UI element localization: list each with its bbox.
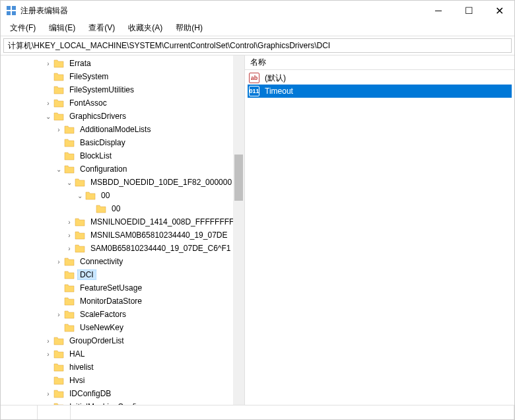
collapse-icon[interactable]: ⌄ [75, 192, 85, 199]
tree-item-label: DCI [77, 269, 96, 280]
folder-icon [96, 204, 106, 213]
tree-item-ScaleFactors[interactable]: ›ScaleFactors [1, 308, 244, 321]
tree-item-FileSystemUtilities[interactable]: ›FileSystemUtilities [1, 83, 244, 96]
menu-file[interactable]: 文件(F) [3, 20, 42, 36]
folder-icon [64, 270, 75, 279]
tree-scrollbar[interactable] [233, 55, 244, 405]
expand-icon[interactable]: › [43, 60, 53, 67]
expand-icon[interactable]: › [53, 311, 64, 318]
folder-icon [75, 230, 85, 240]
folder-icon [64, 164, 75, 174]
menu-bar: 文件(F) 编辑(E) 查看(V) 收藏夹(A) 帮助(H) [1, 20, 514, 36]
folder-icon [64, 138, 75, 147]
folder-icon [53, 59, 64, 68]
close-button[interactable]: ✕ [484, 1, 514, 20]
value-name: (默认) [262, 72, 289, 85]
expand-icon[interactable]: › [53, 258, 64, 265]
expand-icon[interactable]: › [43, 337, 53, 345]
tree-scrollbar-thumb[interactable] [234, 155, 243, 201]
address-bar[interactable]: 计算机\HKEY_LOCAL_MACHINE\SYSTEM\CurrentCon… [3, 38, 512, 53]
tree-item-label: BasicDisplay [77, 137, 128, 148]
tree-item-UseNewKey[interactable]: ›UseNewKey [1, 321, 244, 334]
tree-item-label: UseNewKey [77, 322, 126, 333]
statusbar-section-1 [1, 405, 38, 419]
tree-item-GroupOrderList[interactable]: ›GroupOrderList [1, 334, 244, 347]
collapse-icon[interactable]: ⌄ [43, 113, 53, 120]
tree-item-Configuration[interactable]: ⌄Configuration [1, 162, 244, 176]
tree-item-label: Hvsi [67, 375, 87, 386]
expand-icon[interactable]: › [64, 245, 75, 252]
statusbar-section-2 [38, 405, 71, 419]
list-header[interactable]: 名称 [245, 55, 514, 70]
expand-icon[interactable]: › [64, 232, 75, 239]
tree-item-Errata[interactable]: ›Errata [1, 57, 244, 70]
value-name: Timeout [262, 86, 296, 96]
minimize-button[interactable]: ─ [423, 1, 454, 20]
values-pane[interactable]: 名称 ab(默认)011Timeout [245, 55, 514, 405]
folder-icon [64, 125, 75, 134]
list-body[interactable]: ab(默认)011Timeout [245, 70, 514, 99]
folder-icon [64, 257, 75, 266]
app-icon [6, 5, 17, 16]
expand-icon[interactable]: › [43, 100, 53, 107]
folder-icon [75, 244, 85, 253]
tree-item-MSNILNOEDID-1414-008D-FFFFFFFF-[interactable]: ›MSNILNOEDID_1414_008D_FFFFFFFF_ [1, 215, 244, 228]
column-header-name[interactable]: 名称 [245, 55, 271, 69]
tree-item-MonitorDataStore[interactable]: ›MonitorDataStore [1, 295, 244, 308]
tree-item-label: hivelist [67, 362, 96, 372]
tree-item-BlockList[interactable]: ›BlockList [1, 149, 244, 162]
menu-view[interactable]: 查看(V) [82, 20, 121, 36]
tree-item-FontAssoc[interactable]: ›FontAssoc [1, 96, 244, 110]
expand-icon[interactable]: › [53, 126, 64, 133]
tree-item-DCI[interactable]: ›DCI [1, 268, 244, 281]
value-row--[interactable]: ab(默认) [248, 71, 512, 85]
expand-icon[interactable]: › [43, 390, 53, 398]
address-text: 计算机\HKEY_LOCAL_MACHINE\SYSTEM\CurrentCon… [8, 40, 330, 52]
folder-icon [85, 191, 96, 200]
folder-icon [53, 363, 64, 372]
folder-icon [53, 389, 64, 398]
collapse-icon[interactable]: ⌄ [64, 179, 75, 186]
tree-item-AdditionalModeLists[interactable]: ›AdditionalModeLists [1, 123, 244, 136]
svg-rect-1 [12, 6, 16, 10]
folder-icon [64, 283, 75, 293]
value-row-Timeout[interactable]: 011Timeout [248, 85, 512, 98]
tree-item-GraphicsDrivers[interactable]: ⌄GraphicsDrivers [1, 110, 244, 123]
tree-item-MSBDD-NOEDID-10DE-1F82-000000[interactable]: ⌄MSBDD_NOEDID_10DE_1F82_000000 [1, 176, 244, 189]
expand-icon[interactable]: › [64, 219, 75, 226]
tree-item-label: MSNILNOEDID_1414_008D_FFFFFFFF_ [88, 217, 241, 227]
tree-item-SAM0B65810234440-19-07DE-C6-F1[interactable]: ›SAM0B65810234440_19_07DE_C6^F1 [1, 242, 244, 255]
folder-icon [53, 336, 64, 345]
tree-item-Hvsi[interactable]: ›Hvsi [1, 374, 244, 387]
tree-item-label: 00 [98, 190, 112, 201]
folder-icon [53, 85, 64, 94]
tree-item-label: MSNILSAM0B65810234440_19_07DE [88, 230, 230, 240]
expand-icon[interactable]: › [43, 351, 53, 358]
tree-item-label: InitialMachineConfig [67, 402, 143, 405]
tree-item-IDConfigDB[interactable]: ›IDConfigDB [1, 387, 244, 400]
tree-item-00[interactable]: ⌄00 [1, 189, 244, 202]
status-bar [1, 405, 514, 419]
tree-item-hivelist[interactable]: ›hivelist [1, 361, 244, 374]
tree-item-FileSystem[interactable]: ›FileSystem [1, 70, 244, 83]
tree-item-label: GraphicsDrivers [67, 111, 129, 122]
tree-item-FeatureSetUsage[interactable]: ›FeatureSetUsage [1, 281, 244, 295]
collapse-icon[interactable]: ⌄ [53, 166, 64, 173]
menu-edit[interactable]: 编辑(E) [42, 20, 82, 36]
registry-tree[interactable]: ›Errata›FileSystem›FileSystemUtilities›F… [1, 55, 244, 405]
maximize-button[interactable]: ☐ [454, 1, 484, 20]
tree-item-BasicDisplay[interactable]: ›BasicDisplay [1, 136, 244, 149]
menu-favorites[interactable]: 收藏夹(A) [121, 20, 169, 36]
tree-item-label: Configuration [77, 164, 129, 174]
tree-item-HAL[interactable]: ›HAL [1, 347, 244, 361]
tree-item-Connectivity[interactable]: ›Connectivity [1, 255, 244, 268]
tree-item-MSNILSAM0B65810234440-19-07DE[interactable]: ›MSNILSAM0B65810234440_19_07DE [1, 228, 244, 242]
tree-item-00[interactable]: ›00 [1, 202, 244, 215]
tree-pane[interactable]: ›Errata›FileSystem›FileSystemUtilities›F… [1, 55, 245, 405]
tree-item-label: FontAssoc [67, 98, 110, 108]
string-value-icon: ab [249, 73, 259, 83]
tree-item-label: Errata [67, 58, 94, 69]
menu-help[interactable]: 帮助(H) [169, 20, 209, 36]
folder-icon [64, 151, 75, 160]
tree-item-InitialMachineConfig[interactable]: ›InitialMachineConfig [1, 400, 244, 405]
